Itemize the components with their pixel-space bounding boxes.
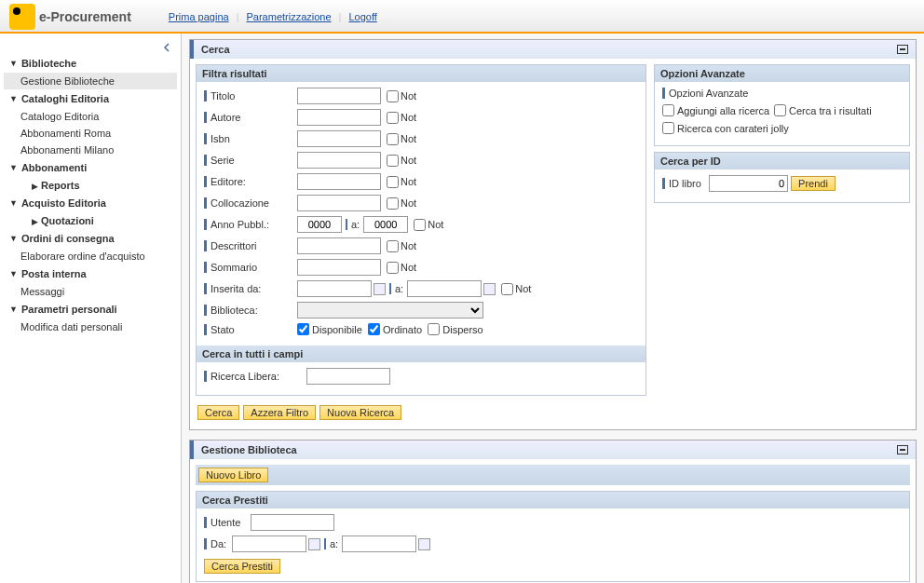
input-isbn[interactable] [297,130,381,147]
select-biblioteca[interactable] [297,302,483,319]
label-sommario: Sommario [204,262,297,273]
sb-group-abbonamenti[interactable]: ▼Abbonamenti [4,158,177,177]
btn-cerca[interactable]: Cerca [197,405,239,420]
datepicker-icon[interactable] [483,283,496,295]
collapse-icon[interactable] [897,445,908,454]
btn-cerca-prestiti[interactable]: Cerca Prestiti [204,559,280,574]
datepicker-icon[interactable] [374,283,386,295]
content: Cerca Filtra risultati TitoloNot AutoreN… [182,34,924,583]
label-autore: Autore [204,112,297,123]
panel-gestione-title: Gestione Biblioteca [190,441,916,459]
chk-collocazione-not[interactable] [387,197,399,210]
input-descrittori[interactable] [297,237,381,254]
sidebar-item-elaborare-ordine[interactable]: Elaborare ordine d'acquisto [4,248,177,264]
input-collocazione[interactable] [297,195,381,211]
label-titolo: Titolo [204,90,297,102]
input-utente[interactable] [251,514,334,531]
input-ricerca-libera[interactable] [306,368,390,385]
chk-cerca-tra-risultati[interactable] [774,104,786,116]
input-anno-da[interactable] [297,216,342,233]
label-collocazione: Collocazione [204,197,297,209]
input-autore[interactable] [297,109,381,126]
input-serie[interactable] [297,152,381,169]
label-stato: Stato [204,324,297,335]
chk-disponibile[interactable] [297,323,309,335]
sidebar-item-modifica-dati[interactable]: Modifica dati personali [4,319,177,335]
sb-group-acquisto[interactable]: ▼Acquisto Editoria [4,194,177,212]
chk-editore-not[interactable] [387,176,399,188]
sidebar: ▼Biblioteche Gestione Biblioteche ▼Catal… [0,34,182,583]
subpanel-filtra: Filtra risultati TitoloNot AutoreNot Isb… [196,64,646,396]
sidebar-item-reports[interactable]: ▶ Reports [4,177,177,194]
panel-cerca: Cerca Filtra risultati TitoloNot AutoreN… [189,39,917,430]
chk-sommario-not[interactable] [387,262,399,274]
chk-inserita-not[interactable] [501,283,513,295]
nav-param[interactable]: Parametrizzazione [247,11,332,22]
datepicker-icon[interactable] [418,538,430,550]
sidebar-item-catalogo-editoria[interactable]: Catalogo Editoria [4,108,177,125]
sidebar-item-abbonamenti-milano[interactable]: Abbonamenti Milano [4,142,177,158]
sidebar-collapse[interactable] [4,41,177,54]
chk-anno-not[interactable] [414,219,426,231]
input-titolo[interactable] [297,88,381,104]
chk-serie-not[interactable] [387,155,399,167]
input-prestito-da[interactable] [232,536,306,552]
nav-home[interactable]: Prima pagina [169,11,229,22]
input-inserita-da[interactable] [297,280,372,297]
sidebar-item-gestione-biblioteche[interactable]: Gestione Biblioteche [4,73,177,89]
nav-logoff[interactable]: Logoff [348,11,376,22]
chk-titolo-not[interactable] [387,90,399,102]
label-da: Da: [204,538,232,549]
chk-autore-not[interactable] [387,112,399,124]
label-serie: Serie [204,155,297,166]
sb-group-cataloghi[interactable]: ▼Cataloghi Editoria [4,89,177,108]
subpanel-avanzate: Opzioni Avanzate Opzioni Avanzate Aggiun… [654,64,910,146]
chk-caratteri-jolly[interactable] [662,122,674,134]
app-name: e-Procurement [39,9,131,24]
label-editore: Editore: [204,176,297,187]
chk-ordinato[interactable] [368,323,380,335]
btn-azzera-filtro[interactable]: Azzera Filtro [243,405,316,420]
chk-disperso[interactable] [428,323,440,335]
logo-icon [9,4,35,30]
sb-group-posta[interactable]: ▼Posta interna [4,264,177,283]
input-inserita-a[interactable] [407,280,482,297]
sb-group-ordini[interactable]: ▼Ordini di consegna [4,229,177,248]
top-nav: Prima pagina | Parametrizzazione | Logof… [169,11,377,22]
panel-cerca-title: Cerca [190,40,916,59]
datepicker-icon[interactable] [308,538,320,550]
label-anno: Anno Pubbl.: [204,219,297,230]
label-descrittori: Descrittori [204,240,297,251]
chk-isbn-not[interactable] [387,133,399,145]
sidebar-item-abbonamenti-roma[interactable]: Abbonamenti Roma [4,125,177,142]
label-ricerca-libera: Ricerca Libera: [204,371,306,382]
label-utente: Utente [204,517,251,528]
input-prestito-a[interactable] [342,536,416,552]
subpanel-cerca-id: Cerca per ID ID libro Prendi [654,152,910,203]
input-id-libro[interactable] [709,175,788,192]
logo: e-Procurement [9,4,131,30]
label-isbn: Isbn [204,133,297,144]
chk-aggiungi-ricerca[interactable] [662,104,674,116]
label-inserita: Inserita da: [204,283,297,294]
sb-group-parametri[interactable]: ▼Parametri personali [4,300,177,319]
subpanel-all-fields-title: Cerca in tutti i campi [197,346,645,362]
subpanel-prestiti: Cerca Prestiti Utente Da: a: Cerca Prest… [196,491,910,582]
input-editore[interactable] [297,173,381,190]
label-id-libro: ID libro [662,178,709,189]
sidebar-item-messaggi[interactable]: Messaggi [4,283,177,300]
collapse-icon[interactable] [897,45,908,54]
chk-descrittori-not[interactable] [387,240,399,252]
btn-nuovo-libro[interactable]: Nuovo Libro [198,468,268,482]
input-anno-a[interactable] [363,216,408,233]
sidebar-item-quotazioni[interactable]: ▶ Quotazioni [4,212,177,229]
label-biblioteca: Biblioteca: [204,305,297,316]
btn-nuova-ricerca[interactable]: Nuova Ricerca [319,405,401,420]
header: e-Procurement Prima pagina | Parametrizz… [0,0,924,34]
sb-group-biblioteche[interactable]: ▼Biblioteche [4,54,177,73]
panel-gestione-biblioteca: Gestione Biblioteca Nuovo Libro Cerca Pr… [189,440,917,583]
btn-prendi[interactable]: Prendi [791,176,836,191]
input-sommario[interactable] [297,259,381,276]
